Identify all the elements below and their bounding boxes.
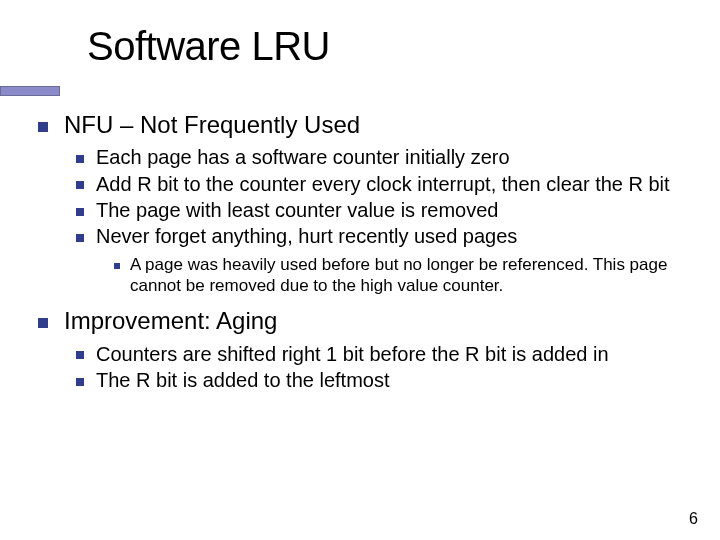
section-heading-text: Improvement: Aging (64, 306, 277, 335)
nfu-subnote: A page was heavily used before but no lo… (114, 255, 688, 296)
list-item: Each page has a software counter initial… (76, 145, 688, 169)
list-item: Never forget anything, hurt recently use… (76, 224, 688, 248)
bullet-icon (114, 263, 120, 269)
item-text: The page with least counter value is rem… (96, 198, 498, 222)
slide-title: Software LRU (87, 24, 330, 69)
item-text: Add R bit to the counter every clock int… (96, 172, 670, 196)
bullet-icon (76, 208, 84, 216)
section-heading-aging: Improvement: Aging (38, 306, 688, 335)
item-text: The R bit is added to the leftmost (96, 368, 390, 392)
slide-body: NFU – Not Frequently Used Each page has … (38, 110, 688, 394)
bullet-icon (76, 351, 84, 359)
item-text: Never forget anything, hurt recently use… (96, 224, 517, 248)
page-number: 6 (689, 510, 698, 528)
section-heading-nfu: NFU – Not Frequently Used (38, 110, 688, 139)
slide: Software LRU NFU – Not Frequently Used E… (0, 0, 720, 540)
list-item: Add R bit to the counter every clock int… (76, 172, 688, 196)
nfu-items: Each page has a software counter initial… (76, 145, 688, 296)
bullet-icon (76, 181, 84, 189)
bullet-icon (76, 378, 84, 386)
bullet-icon (38, 122, 48, 132)
title-accent-bar (0, 86, 60, 96)
item-text: Each page has a software counter initial… (96, 145, 510, 169)
list-item: The R bit is added to the leftmost (76, 368, 688, 392)
bullet-icon (76, 155, 84, 163)
bullet-icon (76, 234, 84, 242)
item-text: A page was heavily used before but no lo… (130, 255, 688, 296)
list-item: Counters are shifted right 1 bit before … (76, 342, 688, 366)
item-text: Counters are shifted right 1 bit before … (96, 342, 609, 366)
list-item: A page was heavily used before but no lo… (114, 255, 688, 296)
bullet-icon (38, 318, 48, 328)
aging-items: Counters are shifted right 1 bit before … (76, 342, 688, 393)
section-heading-text: NFU – Not Frequently Used (64, 110, 360, 139)
list-item: The page with least counter value is rem… (76, 198, 688, 222)
